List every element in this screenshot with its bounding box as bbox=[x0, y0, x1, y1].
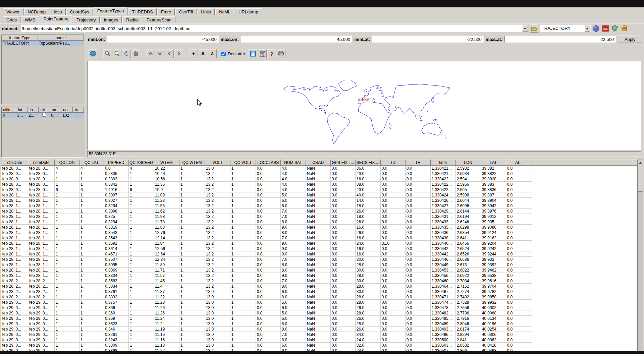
pan-right-button[interactable] bbox=[174, 49, 183, 58]
open-file-button[interactable] bbox=[530, 24, 538, 33]
cell-checkbox[interactable] bbox=[42, 113, 46, 117]
tab-featuretypes[interactable]: FeatureTypes bbox=[94, 7, 128, 15]
obs-table-row[interactable]: feb 28, 1...feb 28, 1...110.3334111.5711… bbox=[1, 273, 637, 278]
tab-ncml[interactable]: NcML bbox=[215, 8, 234, 15]
obs-table-row[interactable]: feb 28, 0...feb 28, 0...440.0410.22113.0… bbox=[1, 166, 637, 171]
tab-coordsys[interactable]: CoordSys bbox=[66, 8, 93, 15]
add-button[interactable]: + bbox=[189, 49, 198, 58]
observation-table[interactable]: obsDatenomDateQC LONQC LATPSPEEDQC PSPEE… bbox=[1, 160, 637, 351]
obs-table-row[interactable]: feb 29, 0...feb 29, 0...110.3309111.1811… bbox=[1, 343, 637, 348]
tab-trajectory[interactable]: Trajectory bbox=[73, 16, 99, 23]
obs-table-row[interactable]: feb 29, 0...feb 29, 0...110.3243111.1611… bbox=[1, 337, 637, 343]
maxlat-field[interactable] bbox=[504, 36, 616, 43]
home-view-button[interactable] bbox=[131, 49, 140, 58]
dataset-dropdown-button[interactable] bbox=[522, 25, 528, 32]
obs-table-row[interactable]: feb 28, 1...feb 28, 1...110.3096111.6211… bbox=[1, 209, 637, 214]
grid-button[interactable] bbox=[249, 49, 257, 58]
column-header[interactable]: lo... bbox=[28, 107, 39, 113]
obs-column-header[interactable]: obsDate bbox=[1, 160, 28, 166]
tab-thredds[interactable]: THREDDS bbox=[128, 8, 157, 15]
column-header[interactable]: altitu... bbox=[2, 107, 16, 113]
font-increase-button[interactable]: A bbox=[199, 49, 207, 58]
xml-button[interactable]: XML bbox=[601, 24, 609, 33]
maxlon-field[interactable] bbox=[241, 36, 352, 43]
obs-table-row[interactable]: feb 28, 0...feb 28, 0...110.2803110.5611… bbox=[1, 176, 637, 182]
obs-table-row[interactable]: feb 28, 1...feb 28, 1...110.3095111.8911… bbox=[1, 262, 637, 268]
obs-table-row[interactable]: feb 28, 1...feb 28, 1...110.3614112.5611… bbox=[1, 246, 637, 251]
minlat-field[interactable] bbox=[372, 36, 483, 43]
column-header[interactable]: lat... bbox=[16, 107, 28, 113]
obs-table-row[interactable]: feb 29, 0...feb 29, 0...110.346111.19113… bbox=[1, 327, 637, 332]
obs-table-row[interactable]: feb 29, 0...feb 29, 0...110.366111.26113… bbox=[1, 305, 637, 310]
obs-column-header[interactable]: QC LON bbox=[54, 160, 79, 166]
obs-column-header[interactable]: QC PSPEED bbox=[128, 160, 154, 166]
obs-column-header[interactable]: ALT bbox=[506, 160, 532, 166]
obs-table-row[interactable]: feb 28, 2...feb 28, 2...110.3761111.3711… bbox=[1, 289, 637, 294]
pan-up-button[interactable] bbox=[146, 49, 155, 58]
redo-view-button[interactable] bbox=[122, 49, 131, 58]
obs-table-row[interactable]: feb 28, 1...feb 28, 1...110.3294111.7811… bbox=[1, 219, 637, 225]
table-row[interactable]: TRAJECTORYTopScalars/Psu... bbox=[2, 41, 84, 46]
obs-table-row[interactable]: feb 29, 0...feb 29, 0...110.3623111.2113… bbox=[1, 321, 637, 327]
obs-table-row[interactable]: feb 28, 1...feb 28, 1...110.3294111.5311… bbox=[1, 203, 637, 209]
obs-column-header[interactable]: QC VOLT bbox=[230, 160, 256, 166]
feature-type-combo[interactable]: TRAJECTORY bbox=[540, 25, 591, 32]
zoom-out-button[interactable] bbox=[113, 49, 121, 58]
obs-table-row[interactable]: feb 29, 0...feb 29, 0...110.369111.24113… bbox=[1, 316, 637, 321]
column-header[interactable]: w... bbox=[73, 107, 84, 113]
dataset-input[interactable] bbox=[20, 25, 522, 32]
obs-column-header[interactable]: SECS FIX ... bbox=[355, 160, 380, 166]
obs-column-header[interactable]: PSPEED bbox=[104, 160, 128, 166]
tab-grids[interactable]: Grids bbox=[3, 16, 20, 23]
obs-column-header[interactable]: NUM SAT bbox=[280, 160, 306, 166]
obs-column-header[interactable]: QC WTEM bbox=[179, 160, 205, 166]
font-decrease-button[interactable]: A bbox=[208, 49, 217, 58]
obs-column-header[interactable]: TD bbox=[380, 160, 405, 166]
obs-column-header[interactable]: nomDate bbox=[28, 160, 54, 166]
obs-column-header[interactable]: GPS FIX T... bbox=[330, 160, 355, 166]
window-titlebar[interactable] bbox=[0, 0, 644, 7]
tab-featurescan[interactable]: FeatureScan bbox=[143, 16, 175, 23]
tab-wms[interactable]: WMS bbox=[21, 16, 39, 23]
tab-images[interactable]: Images bbox=[100, 16, 122, 23]
tab-viewer[interactable]: Viewer bbox=[3, 8, 23, 15]
obs-column-header[interactable]: LOCCLASS bbox=[256, 160, 280, 166]
obs-table-row[interactable]: feb 28, 1...feb 28, 1...110.3543112.7611… bbox=[1, 230, 637, 235]
table-row[interactable]: 03...2...u...102 bbox=[2, 113, 84, 118]
obs-table-row[interactable]: feb 28, 0...feb 28, 0...110.2336110.4411… bbox=[1, 171, 637, 176]
obs-column-header[interactable]: LAT bbox=[481, 160, 506, 166]
obs-table-row[interactable]: feb 28, 1...feb 28, 1...110.3027111.2311… bbox=[1, 198, 637, 203]
obs-table-row[interactable]: feb 28, 1...feb 28, 1...110.3507112.3411… bbox=[1, 257, 637, 262]
pan-left-button[interactable] bbox=[165, 49, 174, 58]
column-header[interactable]: mi... bbox=[39, 107, 50, 113]
apply-button[interactable]: Apply bbox=[618, 36, 642, 43]
obs-table-row[interactable]: feb 29, 0...feb 29, 0...110.3261111.1611… bbox=[1, 332, 637, 337]
print-button[interactable] bbox=[277, 49, 285, 58]
variables-table[interactable]: altitu...lat...lo...mi...na...no...w...0… bbox=[1, 107, 84, 158]
tab-geotiff[interactable]: GeoTiff bbox=[175, 8, 197, 15]
obs-table-row[interactable]: feb 28, 0...feb 28, 0...110.3842111.3511… bbox=[1, 182, 637, 187]
obs-table-row[interactable]: feb 28, 1...feb 28, 1...110.3319111.8311… bbox=[1, 225, 637, 230]
obs-column-header[interactable]: CRAD bbox=[306, 160, 330, 166]
scrollbar-thumb[interactable] bbox=[638, 166, 643, 192]
tab-ncdump[interactable]: NCDump bbox=[24, 8, 49, 15]
tab-fmrc[interactable]: Fmrc bbox=[157, 8, 175, 15]
sphere-button[interactable] bbox=[592, 24, 600, 33]
column-header[interactable]: featureType bbox=[2, 35, 38, 41]
map-panel[interactable]: unknown bbox=[87, 61, 641, 150]
minlon-field[interactable] bbox=[107, 36, 218, 43]
feature-type-table[interactable]: featureTypenameTRAJECTORYTopScalars/Psu.… bbox=[1, 35, 84, 104]
tab-units[interactable]: Units bbox=[198, 8, 215, 15]
obs-table-row[interactable]: feb 28, 0...feb 28, 0...661.4016610.9113… bbox=[1, 187, 637, 192]
obs-column-header[interactable]: time bbox=[430, 160, 455, 166]
scale-button[interactable]: 1.0E bbox=[258, 49, 267, 58]
obs-table-row[interactable]: feb 28, 1...feb 28, 1...110.3097111.0911… bbox=[1, 192, 637, 198]
scroll-up-button[interactable] bbox=[638, 160, 643, 165]
zoom-in-button[interactable] bbox=[103, 49, 112, 58]
dataset-combo[interactable] bbox=[20, 25, 528, 32]
tab-iosp[interactable]: Iosp bbox=[50, 8, 66, 15]
obs-table-row[interactable]: feb 28, 1...feb 28, 1...110.3069111.7111… bbox=[1, 268, 637, 273]
tab-radial[interactable]: Radial bbox=[122, 16, 142, 23]
globe-button[interactable] bbox=[89, 49, 97, 58]
help-button[interactable]: ? bbox=[267, 49, 276, 58]
